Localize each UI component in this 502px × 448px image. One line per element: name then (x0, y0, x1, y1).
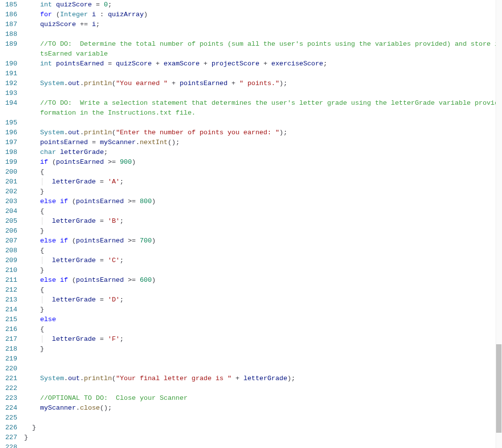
code-line[interactable]: char letterGrade; (24, 148, 498, 157)
code-line[interactable]: │ letterGrade = 'D'; (24, 295, 498, 305)
line-number: 189 (0, 39, 17, 49)
line-number: 206 (0, 226, 17, 236)
code-line[interactable]: if (pointsEarned >= 900) (24, 157, 498, 167)
code-line[interactable]: } (24, 305, 498, 315)
code-line[interactable]: myScanner.close(); (24, 403, 498, 413)
scrollbar-thumb[interactable] (496, 344, 502, 433)
code-line[interactable]: pointsEarned = myScanner.nextInt(); (24, 138, 498, 148)
code-line[interactable]: //TO DO: Determine the total number of p… (24, 39, 498, 49)
line-number: 187 (0, 20, 17, 30)
line-number: 208 (0, 246, 17, 256)
line-number: 227 (0, 433, 17, 443)
line-number: 225 (0, 413, 17, 423)
line-number: 197 (0, 138, 17, 148)
line-number: 221 (0, 374, 17, 384)
code-line[interactable]: { (24, 167, 498, 177)
code-line[interactable]: //TO DO: Write a selection statement tha… (24, 98, 498, 108)
line-number: 210 (0, 266, 17, 275)
line-number: 188 (0, 30, 17, 39)
line-number: 211 (0, 275, 17, 285)
line-number: 204 (0, 207, 17, 216)
code-line[interactable]: } (24, 226, 498, 236)
line-number: 209 (0, 256, 17, 266)
code-line[interactable]: │ letterGrade = 'F'; (24, 334, 498, 344)
code-line[interactable]: { (24, 207, 498, 216)
line-number: 213 (0, 295, 17, 305)
code-line[interactable]: │ letterGrade = 'C'; (24, 256, 498, 266)
line-number: 207 (0, 236, 17, 246)
code-line[interactable]: { (24, 285, 498, 295)
line-number: 199 (0, 157, 17, 167)
line-number: 194 (0, 98, 17, 108)
code-editor[interactable]: 185186187188189 190191192193194 19519619… (0, 0, 502, 448)
line-number: 191 (0, 69, 17, 79)
line-number: 215 (0, 315, 17, 325)
code-line[interactable]: System.out.println("Enter the number of … (24, 128, 498, 138)
line-number: 222 (0, 384, 17, 393)
code-line[interactable]: for (Integer i : quizArray) (24, 10, 498, 20)
line-number: 214 (0, 305, 17, 315)
code-content[interactable]: int quizScore = 0; for (Integer i : quiz… (24, 0, 502, 448)
code-line[interactable]: } (24, 344, 498, 354)
code-line[interactable]: else (24, 315, 498, 325)
line-number: 218 (0, 344, 17, 354)
line-number: 220 (0, 364, 17, 374)
line-number: 190 (0, 59, 17, 69)
line-number: 185 (0, 0, 17, 10)
line-number: 203 (0, 197, 17, 207)
vertical-scrollbar[interactable] (496, 0, 502, 448)
code-line[interactable]: //OPTIONAL TO DO: Close your Scanner (24, 393, 498, 403)
line-number: 223 (0, 393, 17, 403)
code-line[interactable]: int quizScore = 0; (24, 0, 498, 10)
code-line[interactable] (24, 89, 498, 98)
code-line[interactable]: System.out.println("Your final letter gr… (24, 374, 498, 384)
line-number: 212 (0, 285, 17, 295)
code-line[interactable]: } (24, 266, 498, 275)
line-number: 202 (0, 187, 17, 197)
line-number: 205 (0, 216, 17, 226)
line-number: 216 (0, 325, 17, 334)
code-line[interactable]: } (24, 187, 498, 197)
line-number: 200 (0, 167, 17, 177)
code-line[interactable]: │ letterGrade = 'B'; (24, 216, 498, 226)
line-number: 193 (0, 89, 17, 98)
code-line[interactable]: System.out.println("You earned " + point… (24, 79, 498, 89)
line-number: 198 (0, 148, 17, 157)
line-number: 217 (0, 334, 17, 344)
code-line[interactable]: { (24, 246, 498, 256)
code-line[interactable]: │ letterGrade = 'A'; (24, 177, 498, 187)
code-line[interactable]: quizScore += i; (24, 20, 498, 30)
line-number: 196 (0, 128, 17, 138)
code-line[interactable] (24, 354, 498, 364)
code-line[interactable]: int pointsEarned = quizScore + examScore… (24, 59, 498, 69)
code-line[interactable]: } (24, 423, 498, 433)
code-line[interactable] (24, 30, 498, 39)
line-number: 224 (0, 403, 17, 413)
line-number: 219 (0, 354, 17, 364)
code-line[interactable]: else if (pointsEarned >= 700) (24, 236, 498, 246)
line-number: 201 (0, 177, 17, 187)
code-line[interactable]: } (24, 433, 498, 443)
line-number-gutter: 185186187188189 190191192193194 19519619… (0, 0, 24, 448)
line-number: 192 (0, 79, 17, 89)
code-line[interactable] (24, 413, 498, 423)
line-number: 226 (0, 423, 17, 433)
code-line[interactable]: { (24, 325, 498, 334)
line-number: 228 (0, 443, 17, 448)
code-line[interactable] (24, 364, 498, 374)
code-line[interactable] (24, 443, 498, 448)
code-line-wrap[interactable]: formation in the Instructions.txt file. (24, 108, 498, 118)
code-line[interactable] (24, 118, 498, 128)
line-number: 195 (0, 118, 17, 128)
code-line[interactable] (24, 384, 498, 393)
code-line[interactable] (24, 69, 498, 79)
line-number: 186 (0, 10, 17, 20)
code-line[interactable]: else if (pointsEarned >= 800) (24, 197, 498, 207)
code-line-wrap[interactable]: tsEarned variable (24, 49, 498, 59)
code-line[interactable]: else if (pointsEarned >= 600) (24, 275, 498, 285)
